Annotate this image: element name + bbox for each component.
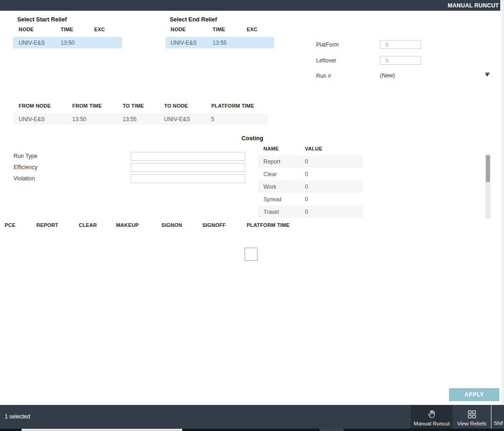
view-reliefs-label: View Reliefs xyxy=(457,421,486,426)
costing-row-spread: Spread 0 xyxy=(258,193,363,205)
costing-row-work: Work 0 xyxy=(258,180,363,193)
platform-input[interactable] xyxy=(380,40,421,49)
leftover-input[interactable] xyxy=(380,56,421,65)
efficiency-label: Efficiency xyxy=(14,164,37,171)
run-type-label: Run Type xyxy=(14,153,37,159)
right-edge-strip xyxy=(500,0,504,405)
shift-button-label-clipped[interactable]: Shif xyxy=(494,420,503,426)
segment-platform-time-cell: 5 xyxy=(211,116,268,123)
costing-header-row: NAME VALUE xyxy=(258,146,363,151)
costing-value-cell: 0 xyxy=(305,158,363,165)
start-relief-time-cell: 13:50 xyxy=(61,40,94,46)
column-header-from-time: FROM TIME xyxy=(72,103,123,109)
leftover-label: Leftover xyxy=(316,57,336,64)
column-header-pce: PCE xyxy=(5,222,36,228)
column-header-exc: EXC xyxy=(94,27,122,32)
pce-header-row: PCE REPORT CLEAR MAKEUP SIGNON SIGNOFF P… xyxy=(5,222,368,228)
segment-header-row: FROM NODE FROM TIME TO TIME TO NODE PLAT… xyxy=(13,103,268,109)
dropdown-caret-icon xyxy=(485,73,490,76)
end-relief-time-cell: 13:55 xyxy=(213,40,247,46)
segment-from-node-cell: UNIV-E&S xyxy=(19,116,72,123)
efficiency-input[interactable] xyxy=(131,163,245,172)
violation-input[interactable] xyxy=(131,174,245,183)
costing-value-cell: 0 xyxy=(305,171,363,178)
column-header-clear: CLEAR xyxy=(79,222,116,228)
costing-row-clear: Clear 0 xyxy=(258,168,363,180)
costing-row-report: Report 0 xyxy=(258,155,363,168)
empty-checkbox-field[interactable] xyxy=(244,247,258,261)
segment-to-node-cell: UNIV-E&S xyxy=(164,116,211,123)
start-relief-header-row: NODE TIME EXC xyxy=(13,27,122,32)
manual-runcut-window: MANUAL RUNCUT Select Start Relief NODE T… xyxy=(0,0,504,431)
column-header-node: NODE xyxy=(171,27,213,32)
view-reliefs-button[interactable]: View Reliefs xyxy=(454,405,490,429)
column-header-platform-time: PLATFORM TIME xyxy=(247,222,368,228)
platform-label: PlatForm xyxy=(316,41,339,48)
violation-label: Violation xyxy=(14,175,35,182)
start-relief-heading: Select Start Relief xyxy=(17,16,67,23)
column-header-node: NODE xyxy=(19,27,61,32)
end-relief-selected-row[interactable]: UNIV-E&S 13:55 xyxy=(166,37,274,48)
costing-name-cell: Report xyxy=(263,158,305,165)
statusbar-divider xyxy=(491,405,491,429)
bottom-edge-strip xyxy=(0,429,504,431)
column-header-to-node: TO NODE xyxy=(164,103,211,109)
run-number-value: (New) xyxy=(380,72,395,79)
start-relief-node-cell: UNIV-E&S xyxy=(19,40,61,46)
column-header-to-time: TO TIME xyxy=(123,103,164,109)
selection-count: 1 selected xyxy=(5,413,30,420)
run-number-dropdown[interactable]: (New) xyxy=(380,70,490,79)
column-header-signon: SIGNON xyxy=(161,222,202,228)
column-header-makeup: MAKEUP xyxy=(116,222,161,228)
costing-value-cell: 0 xyxy=(305,209,363,215)
costing-value-cell: 0 xyxy=(305,184,363,190)
costing-name-cell: Travel xyxy=(263,209,305,215)
run-type-input[interactable] xyxy=(131,152,245,161)
costing-name-cell: Work xyxy=(263,184,305,190)
vertical-scrollbar-thumb[interactable] xyxy=(486,155,490,182)
column-header-signoff: SIGNOFF xyxy=(202,222,247,228)
costing-heading: Costing xyxy=(242,135,263,142)
column-header-platform-time: PLATFORM TIME xyxy=(211,103,268,109)
apply-button[interactable]: APPLY xyxy=(449,388,499,401)
segment-row[interactable]: UNIV-E&S 13:50 13:55 UNIV-E&S 5 xyxy=(13,113,268,125)
costing-value-cell: 0 xyxy=(305,196,363,203)
run-number-label: Run # xyxy=(316,73,331,79)
costing-name-cell: Clear xyxy=(263,171,305,178)
bottom-strip-light-segment xyxy=(21,429,182,431)
segment-to-time-cell: 13:55 xyxy=(123,116,164,123)
hand-icon xyxy=(427,409,436,419)
column-header-time: TIME xyxy=(61,27,94,32)
column-header-time: TIME xyxy=(213,27,247,32)
page-title: MANUAL RUNCUT xyxy=(448,2,499,9)
manual-runcut-button[interactable]: Manual Runcut xyxy=(411,405,453,429)
column-header-name: NAME xyxy=(263,146,305,151)
title-bar: MANUAL RUNCUT xyxy=(0,0,504,11)
grid-icon xyxy=(467,409,476,419)
status-bar: 1 selected Manual Runcut xyxy=(0,405,504,429)
column-header-value: VALUE xyxy=(305,146,363,151)
column-header-report: REPORT xyxy=(36,222,79,228)
column-header-exc: EXC xyxy=(247,27,274,32)
end-relief-heading: Select End Relief xyxy=(170,16,217,23)
vertical-scrollbar-track[interactable] xyxy=(485,154,490,219)
segment-from-time-cell: 13:50 xyxy=(72,116,123,123)
start-relief-selected-row[interactable]: UNIV-E&S 13:50 xyxy=(13,37,122,48)
costing-name-cell: Spread xyxy=(263,196,305,203)
end-relief-node-cell: UNIV-E&S xyxy=(171,40,213,46)
manual-runcut-label: Manual Runcut xyxy=(414,421,449,426)
column-header-from-node: FROM NODE xyxy=(19,103,72,109)
costing-row-travel: Travel 0 xyxy=(258,205,363,218)
end-relief-header-row: NODE TIME EXC xyxy=(166,27,274,32)
bottom-strip-slate-segment xyxy=(319,429,344,431)
